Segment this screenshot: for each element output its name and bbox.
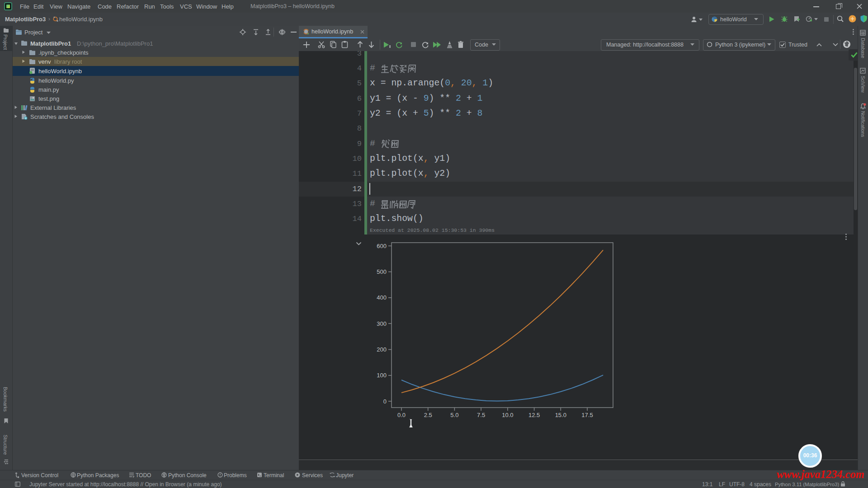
svg-text:5.0: 5.0 bbox=[450, 412, 458, 418]
svg-text:12.5: 12.5 bbox=[528, 412, 540, 418]
svg-text:7.5: 7.5 bbox=[477, 412, 485, 418]
svg-text:200: 200 bbox=[377, 346, 387, 353]
svg-text:300: 300 bbox=[377, 320, 387, 327]
svg-text:2.5: 2.5 bbox=[424, 412, 432, 418]
svg-text:0.0: 0.0 bbox=[397, 412, 406, 418]
svg-text:600: 600 bbox=[377, 243, 387, 249]
svg-text:400: 400 bbox=[377, 294, 387, 301]
svg-text:15.0: 15.0 bbox=[555, 412, 566, 418]
svg-text:17.5: 17.5 bbox=[581, 412, 593, 418]
svg-text:10.0: 10.0 bbox=[502, 412, 513, 418]
svg-text:0: 0 bbox=[383, 398, 387, 405]
svg-text:100: 100 bbox=[377, 372, 387, 379]
svg-text:500: 500 bbox=[377, 268, 387, 275]
